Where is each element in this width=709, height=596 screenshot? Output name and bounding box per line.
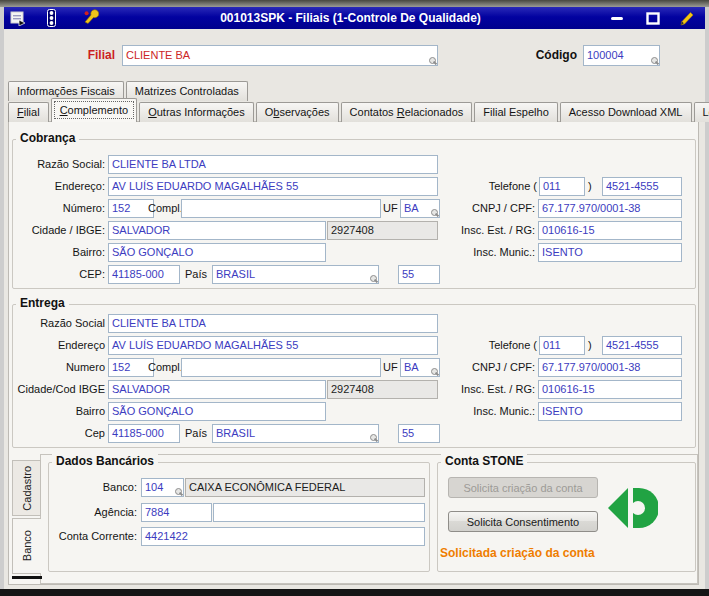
entrega-bairro-label: Bairro (8, 405, 105, 417)
cobranca-insc-est-field[interactable]: 010616-15 (538, 221, 682, 240)
cobranca-pais-field[interactable]: BRASIL (212, 265, 379, 284)
tab-filial-espelho[interactable]: Filial Espelho (474, 102, 557, 122)
entrega-compl-field[interactable] (181, 358, 381, 377)
entrega-insc-est-label: Insc. Est. / RG: (420, 383, 535, 395)
lookup-magnifier-icon[interactable] (650, 56, 659, 65)
minimize-button[interactable] (608, 12, 626, 25)
entrega-insc-mun-field[interactable]: ISENTO (538, 402, 682, 421)
cobranca-bairro-label: Bairro: (8, 246, 105, 258)
entrega-telefone-label: Telefone ( (440, 339, 537, 351)
dados-bancarios-title: Dados Bancários (52, 454, 158, 468)
cobranca-pais-cod-field[interactable]: 55 (398, 265, 440, 284)
cobranca-pais-label: País (179, 268, 207, 280)
cobranca-telefone-field[interactable]: 4521-4555 (602, 177, 682, 196)
lookup-magnifier-icon[interactable] (369, 274, 378, 283)
solicita-criacao-button[interactable]: Solicita criação da conta (448, 477, 598, 498)
entrega-endereco-label: Endereço (8, 339, 105, 351)
cobranca-cnpj-field[interactable]: 67.177.970/0001-38 (538, 199, 682, 218)
conta-corrente-field[interactable]: 4421422 (141, 527, 425, 546)
entrega-uf-label: UF (383, 361, 397, 373)
cobranca-telefone-label: Telefone ( (440, 180, 537, 192)
entrega-cidade-label: Cidade/Cod IBGE (8, 383, 105, 395)
entrega-title: Entrega (16, 296, 69, 310)
cobranca-telefone-close: ) (588, 180, 592, 192)
cobranca-cep-label: CEP: (8, 268, 105, 280)
entrega-cep-field[interactable]: 41185-000 (108, 424, 180, 443)
side-tab-cadastro[interactable]: Cadastro (12, 460, 41, 516)
window-frame-bottom (0, 589, 709, 596)
edit-pencil-icon[interactable] (676, 8, 696, 28)
lookup-magnifier-icon[interactable] (174, 487, 183, 496)
cobranca-razao-label: Razão Social: (8, 158, 105, 170)
agencia-digito-field[interactable] (213, 503, 425, 522)
banco-cod-field[interactable]: 104 (141, 478, 184, 497)
cobranca-title: Cobrança (16, 131, 79, 145)
stone-logo-icon (608, 486, 658, 530)
entrega-pais-cod-field[interactable]: 55 (398, 424, 440, 443)
tab-complemento[interactable]: Complemento (51, 98, 138, 122)
lookup-magnifier-icon[interactable] (369, 433, 378, 442)
entrega-insc-mun-label: Insc. Munic.: (420, 405, 535, 417)
entrega-razao-label: Razão Social (8, 317, 105, 329)
entrega-pais-label: País (179, 427, 207, 439)
tab-contatos-relacionados[interactable]: Contatos Relacionados (341, 102, 473, 122)
cobranca-uf-label: UF (383, 202, 397, 214)
tab-log[interactable]: Log (694, 102, 709, 122)
entrega-endereco-field[interactable]: AV LUÍS EDUARDO MAGALHÃES 55 (108, 336, 438, 355)
cobranca-compl-label: Compl. (148, 202, 179, 214)
application-window: 001013SPK - Filiais (1-Controle De Quali… (0, 0, 709, 596)
side-tab-banco[interactable]: Banco (12, 518, 41, 574)
entrega-numero-label: Numero (8, 361, 105, 373)
entrega-pais-field[interactable]: BRASIL (212, 424, 379, 443)
agencia-label: Agência: (25, 506, 137, 518)
cobranca-insc-mun-label: Insc. Munic.: (420, 246, 535, 258)
entrega-telefone-close: ) (588, 339, 592, 351)
entrega-ddd-field[interactable]: 011 (539, 336, 585, 355)
maximize-button[interactable] (644, 11, 662, 26)
cobranca-endereco-label: Endereço: (8, 180, 105, 192)
cobranca-bairro-field[interactable]: SÃO GONÇALO (108, 243, 326, 262)
entrega-cidade-field[interactable]: SALVADOR (108, 380, 326, 399)
banco-nome-field: CAIXA ECONÔMICA FEDERAL (185, 478, 425, 497)
tab-matrizes-controladas[interactable]: Matrizes Controladas (126, 81, 248, 101)
entrega-telefone-field[interactable]: 4521-4555 (602, 336, 682, 355)
filial-label: Filial (60, 48, 115, 62)
entrega-cnpj-field[interactable]: 67.177.970/0001-38 (538, 358, 682, 377)
tab-observacoes[interactable]: Observações (256, 102, 339, 122)
cobranca-cep-field[interactable]: 41185-000 (108, 265, 180, 284)
cobranca-ddd-field[interactable]: 011 (539, 177, 585, 196)
filial-field[interactable]: CLIENTE BA (122, 45, 438, 66)
cobranca-cidade-field[interactable]: SALVADOR (108, 221, 326, 240)
cobranca-razao-field[interactable]: CLIENTE BA LTDA (108, 155, 438, 174)
cobranca-numero-label: Número: (8, 202, 105, 214)
codigo-label: Código (500, 48, 577, 62)
entrega-compl-label: Compl. (148, 361, 179, 373)
cobranca-insc-est-label: Insc. Est. / RG: (420, 224, 535, 236)
entrega-insc-est-field[interactable]: 010616-15 (538, 380, 682, 399)
cobranca-compl-field[interactable] (181, 199, 381, 218)
agencia-field[interactable]: 7884 (141, 503, 212, 522)
stone-status-text: Solicitada criação da conta (440, 546, 595, 560)
tabstrip-main: FilialComplementoOutras InformaçõesObser… (8, 99, 709, 122)
cobranca-cidade-label: Cidade / IBGE: (8, 224, 105, 236)
conta-corrente-label: Conta Corrente: (25, 530, 137, 542)
window-title: 001013SPK - Filiais (1-Controle De Quali… (0, 7, 701, 29)
entrega-razao-field[interactable]: CLIENTE BA LTDA (108, 314, 438, 333)
entrega-bairro-field[interactable]: SÃO GONÇALO (108, 402, 326, 421)
window-frame-top (0, 0, 709, 7)
banco-label: Banco: (25, 481, 137, 493)
cobranca-endereco-field[interactable]: AV LUÍS EDUARDO MAGALHÃES 55 (108, 177, 438, 196)
entrega-cnpj-label: CNPJ / CPF: (420, 361, 535, 373)
solicita-consentimento-button[interactable]: Solicita Consentimento (448, 511, 598, 532)
cobranca-cnpj-label: CNPJ / CPF: (420, 202, 535, 214)
tab-outras-informacoes[interactable]: Outras Informações (139, 102, 254, 122)
tab-filial[interactable]: Filial (8, 102, 49, 122)
lookup-magnifier-icon[interactable] (428, 56, 437, 65)
entrega-cep-label: Cep (8, 427, 105, 439)
side-tab-label: Cadastro (21, 466, 33, 511)
side-tab-indicator (12, 576, 42, 579)
codigo-field[interactable]: 100004 (583, 45, 660, 66)
cobranca-insc-mun-field[interactable]: ISENTO (538, 243, 682, 262)
tab-acesso-download-xml[interactable]: Acesso Download XML (560, 102, 692, 122)
side-tab-label: Banco (21, 530, 33, 561)
